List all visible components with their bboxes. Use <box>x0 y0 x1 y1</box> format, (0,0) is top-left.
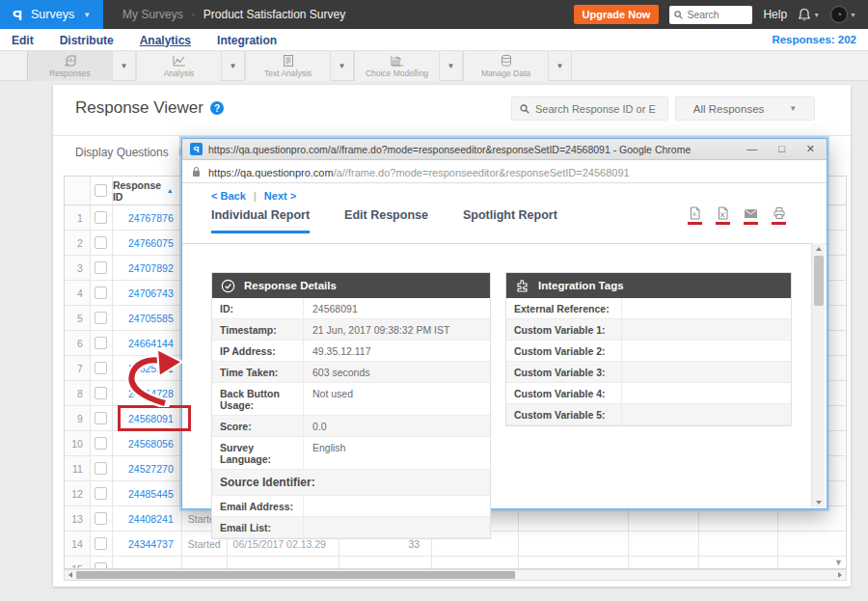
row-checkbox[interactable] <box>95 487 107 500</box>
response-id-link[interactable]: 24408241 <box>113 506 182 531</box>
row-checkbox[interactable] <box>95 462 107 475</box>
table-horizontal-scrollbar[interactable]: ▼ <box>64 569 847 581</box>
response-id-link[interactable]: 24705585 <box>113 306 182 330</box>
scroll-down-arrow[interactable] <box>812 497 826 507</box>
select-all-checkbox[interactable] <box>95 184 107 197</box>
row-checkbox[interactable] <box>95 412 107 424</box>
questionpro-logo-icon: P <box>13 7 22 23</box>
row-checkbox[interactable] <box>95 236 107 249</box>
help-link[interactable]: Help <box>763 8 787 21</box>
user-avatar: ◔ <box>830 6 848 23</box>
window-title: https://qa.questionpro.com/a//frame.do?m… <box>208 144 691 155</box>
choice-modelling-dropdown-caret[interactable]: ▼ <box>439 51 463 81</box>
integration-tags-header: Integration Tags <box>506 273 791 298</box>
row-checkbox[interactable] <box>95 261 107 274</box>
report-tabs: Individual Report Edit Response Spotligh… <box>211 208 557 233</box>
response-id-link[interactable]: 24485445 <box>113 481 182 505</box>
next-link[interactable]: Next > <box>264 190 296 202</box>
manage-data-dropdown-caret[interactable]: ▼ <box>548 51 572 81</box>
text-analysis-dropdown-caret[interactable]: ▼ <box>330 51 354 81</box>
back-link[interactable]: < Back <box>211 190 246 202</box>
responses-button[interactable]: Responses <box>27 51 112 81</box>
popup-vertical-scrollbar[interactable] <box>811 243 825 507</box>
surveys-product-menu[interactable]: P Surveys ▼ <box>0 0 103 29</box>
window-title-bar[interactable]: P https://qa.questionpro.com/a//frame.do… <box>182 139 827 160</box>
tab-edit-response[interactable]: Edit Response <box>344 208 428 233</box>
maximize-button[interactable]: □ <box>778 144 785 154</box>
response-search-input[interactable] <box>535 103 656 115</box>
email-export-icon[interactable] <box>744 206 758 225</box>
analysis-dropdown-caret[interactable]: ▼ <box>221 51 245 81</box>
minimize-button[interactable]: — <box>746 144 757 154</box>
response-id-link[interactable]: 24767876 <box>113 205 182 230</box>
sort-asc-icon: ▲ <box>167 187 174 194</box>
detail-row: Email Address: <box>212 496 490 517</box>
response-search-box[interactable] <box>511 96 668 121</box>
print-icon[interactable] <box>772 206 786 225</box>
tag-row: Custom Variable 2: <box>506 341 791 362</box>
row-checkbox[interactable] <box>95 387 107 399</box>
row-checkbox[interactable] <box>95 312 107 324</box>
nav-item-edit[interactable]: Edit <box>12 33 34 47</box>
choice-modelling-button[interactable]: Choice Modelling <box>354 51 439 81</box>
manage-data-button[interactable]: Manage Data <box>463 51 548 81</box>
row-checkbox[interactable] <box>95 287 107 299</box>
nav-item-analytics[interactable]: Analytics <box>140 33 191 47</box>
response-id-link[interactable]: 24344737 <box>113 532 182 556</box>
row-checkbox[interactable] <box>95 562 107 569</box>
scrollbar-thumb[interactable] <box>814 256 824 306</box>
lock-icon <box>192 166 201 178</box>
divider <box>53 135 851 136</box>
scroll-right-arrow[interactable] <box>834 570 846 580</box>
response-id-link[interactable]: 24614728 <box>113 381 182 405</box>
nav-item-integration[interactable]: Integration <box>217 33 277 47</box>
tab-spotlight-report[interactable]: Spotlight Report <box>463 208 557 233</box>
response-id-link[interactable]: 24664144 <box>113 331 182 355</box>
row-checkbox[interactable] <box>95 211 107 224</box>
nav-item-distribute[interactable]: Distribute <box>60 33 114 47</box>
header-response-id[interactable]: Response ID▲ <box>113 177 182 205</box>
scroll-left-arrow[interactable] <box>65 570 76 580</box>
source-identifier-section: Source Identifier: <box>212 470 490 496</box>
breadcrumb-my-surveys[interactable]: My Surveys <box>122 8 183 21</box>
search-icon <box>520 104 529 114</box>
global-search-input[interactable] <box>687 9 746 20</box>
response-details-header: Response Details <box>212 273 490 298</box>
pdf-export-icon[interactable]: A <box>688 206 702 225</box>
tag-row: Custom Variable 5: <box>506 404 791 425</box>
tab-individual-report[interactable]: Individual Report <box>211 208 310 233</box>
chevron-down-icon: ▼ <box>83 11 91 19</box>
response-id-link[interactable]: 24527270 <box>113 456 182 480</box>
responses-dropdown-caret[interactable]: ▼ <box>112 51 136 81</box>
response-id-link[interactable]: 24706743 <box>113 281 182 305</box>
filter-funnel-icon[interactable]: ▼ <box>834 558 843 567</box>
row-checkbox[interactable] <box>95 512 107 525</box>
scrollbar-thumb[interactable] <box>76 571 515 579</box>
row-checkbox[interactable] <box>95 537 107 550</box>
notifications-menu[interactable]: ▼ <box>798 8 820 22</box>
response-id-link[interactable]: 24707892 <box>113 256 182 280</box>
detail-row: Survey Language:English <box>212 437 490 470</box>
scroll-up-arrow[interactable] <box>812 243 826 254</box>
address-bar[interactable]: https://qa.questionpro.com/a//frame.do?m… <box>182 160 827 183</box>
all-responses-dropdown[interactable]: All Responses ▼ <box>675 96 815 121</box>
response-id-link[interactable]: 24766075 <box>113 231 182 255</box>
response-id-link[interactable] <box>113 557 182 569</box>
row-checkbox[interactable] <box>95 362 107 374</box>
excel-export-icon[interactable] <box>716 206 730 225</box>
row-checkbox[interactable] <box>95 337 107 349</box>
individual-report-content: < Back | Next > Individual Report Edit R… <box>182 183 827 507</box>
response-id-link[interactable]: 24625131 <box>113 356 182 380</box>
global-search-box[interactable] <box>669 6 752 24</box>
help-icon[interactable]: ? <box>210 101 224 115</box>
analysis-button[interactable]: Analysis <box>136 51 221 81</box>
responses-count-badge: Responses: 202 <box>772 34 856 45</box>
row-checkbox[interactable] <box>95 437 107 450</box>
text-analysis-button[interactable]: Text Analysis <box>245 51 330 81</box>
upgrade-now-button[interactable]: Upgrade Now <box>574 5 660 24</box>
integration-tags-panel: Integration Tags External Reference: Cus… <box>505 272 792 426</box>
account-menu[interactable]: ◔ ▼ <box>830 6 856 23</box>
record-pagination: < Back | Next > <box>211 190 296 202</box>
close-button[interactable]: ✕ <box>806 144 815 154</box>
response-id-link[interactable]: 24568056 <box>113 431 182 455</box>
